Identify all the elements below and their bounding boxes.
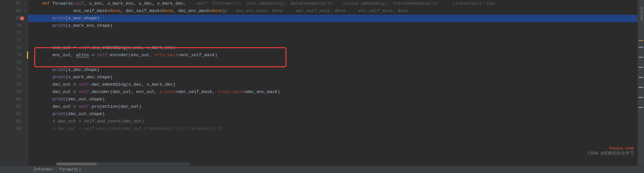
breakpoint-icon[interactable] bbox=[20, 16, 24, 20]
code-line[interactable]: print(x_mark_dec.shape) bbox=[28, 74, 644, 81]
code-line[interactable]: dec_out = self.dec_embedding(x_dec, x_ma… bbox=[28, 81, 644, 88]
right-tool-strip[interactable]: SciView bbox=[637, 0, 644, 166]
code-line[interactable]: # dec_out = self.end_conv1(dec_out) bbox=[28, 118, 644, 125]
line-number: 79 bbox=[0, 88, 28, 96]
error-stripe-mark[interactable] bbox=[639, 77, 643, 78]
sciview-tab[interactable]: SciView bbox=[640, 7, 643, 21]
line-number: 67▾ bbox=[0, 0, 28, 7]
line-number: 81 bbox=[0, 103, 28, 110]
line-number: 78 bbox=[0, 81, 28, 88]
editor-pane[interactable]: 67▾ 68▾ 69 70 71 72 73 74 75 76 77 78 79… bbox=[0, 0, 644, 166]
line-number: 83 bbox=[0, 118, 28, 125]
code-line[interactable] bbox=[28, 29, 644, 37]
code-area[interactable]: def forward(self, x_enc, x_mark_enc, x_d… bbox=[28, 0, 644, 166]
inlay-hint: dec_enc_mask: None dec_self_mask: None e… bbox=[228, 8, 408, 13]
line-number: 80 bbox=[0, 96, 28, 103]
line-number: 75 bbox=[0, 59, 28, 66]
code-line[interactable]: def forward(self, x_enc, x_mark_enc, x_d… bbox=[28, 0, 644, 7]
error-stripe-mark[interactable] bbox=[639, 47, 643, 48]
line-number: 76 bbox=[0, 66, 28, 74]
error-stripe-mark[interactable] bbox=[639, 67, 643, 68]
code-line[interactable]: enc_out = self.enc_embedding(x_enc, x_ma… bbox=[28, 44, 644, 52]
code-line[interactable] bbox=[28, 59, 644, 66]
error-stripe-mark[interactable] bbox=[639, 97, 643, 98]
gutter: 67▾ 68▾ 69 70 71 72 73 74 75 76 77 78 79… bbox=[0, 0, 28, 166]
line-number: 77 bbox=[0, 74, 28, 81]
code-line[interactable]: print(dec_out.shape) bbox=[28, 96, 644, 103]
code-line[interactable]: print(x_mark_enc.shape) bbox=[28, 22, 644, 29]
line-number: 70 bbox=[0, 22, 28, 29]
code-line[interactable] bbox=[28, 37, 644, 44]
chevron-right-icon: › bbox=[55, 167, 57, 172]
code-line[interactable]: print(dec_out.shape) bbox=[28, 110, 644, 118]
line-number: 68▾ bbox=[0, 7, 28, 15]
code-line[interactable]: dec_out = self.decoder(dec_out, enc_out,… bbox=[28, 88, 644, 96]
horizontal-scrollbar[interactable] bbox=[56, 162, 191, 166]
line-number: 73 bbox=[0, 44, 28, 52]
code-line[interactable]: enc_self_mask=None, dec_self_mask=None, … bbox=[28, 7, 644, 15]
code-line[interactable]: # dec_out = self.end_conv2(dec_out.trans… bbox=[28, 125, 644, 133]
line-number: 72 bbox=[0, 37, 28, 44]
fold-icon[interactable]: ▾ bbox=[24, 9, 27, 13]
code-line[interactable]: dec_out = self.projection(dec_out) bbox=[28, 103, 644, 110]
line-number: 82 bbox=[0, 110, 28, 118]
line-number: 71 bbox=[0, 29, 28, 37]
code-line[interactable]: print(x_dec.shape) bbox=[28, 66, 644, 74]
scrollbar-thumb[interactable] bbox=[56, 163, 97, 165]
error-stripe-mark[interactable] bbox=[639, 87, 643, 88]
code-line[interactable]: enc_out, attns = self.encoder(enc_out, a… bbox=[28, 52, 644, 59]
error-stripe-mark[interactable] bbox=[639, 107, 643, 108]
breadcrumb-method[interactable]: forward() bbox=[59, 167, 81, 172]
watermark-csdn: CSDN @郑烯烃快去学习 bbox=[588, 150, 634, 156]
breadcrumb-bar[interactable]: Informer › forward() bbox=[0, 166, 644, 173]
line-number: 74 bbox=[0, 52, 28, 59]
error-stripe-mark[interactable] bbox=[639, 57, 643, 58]
line-number: 84 bbox=[0, 125, 28, 133]
error-stripe-mark[interactable] bbox=[639, 40, 643, 41]
breadcrumb-class[interactable]: Informer bbox=[34, 167, 53, 172]
line-number: 69 bbox=[0, 15, 28, 22]
fold-icon[interactable]: ▾ bbox=[24, 2, 27, 5]
inlay-hint: self: Informer(\n (enc_embedding): DataE… bbox=[186, 1, 495, 6]
code-line-current[interactable]: print(x_enc.shape) bbox=[28, 15, 644, 22]
